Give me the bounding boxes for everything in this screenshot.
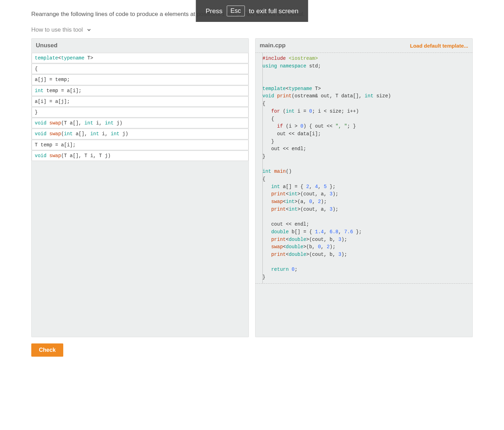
code-line: print<int>(cout, a, 3); [262,206,472,213]
how-to-use-toggle[interactable]: How to use this tool [31,26,473,33]
code-line: { [262,115,472,123]
fullscreen-notice: Press Esc to exit full screen [196,0,308,22]
code-line: print<double>(cout, b, 3); [262,251,472,259]
code-tile[interactable]: T temp = a[i]; [32,140,249,150]
code-line: return 0; [262,266,472,274]
code-line: out << endl; [262,145,472,153]
fs-notice-pre: Press [205,7,222,15]
code-line: print<int>(cout, a, 3); [262,190,472,198]
code-tile[interactable]: } [32,107,249,117]
editor-header: main.cpp [260,42,286,49]
code-line: for (int i = 0; i < size; i++) [262,108,472,115]
chevron-down-icon [86,27,92,33]
code-line: swap<int>(a, 0, 2); [262,198,472,206]
code-line: #include <iostream> [262,55,472,63]
unused-panel: Unused template<typename T>{a[j] = temp;… [31,38,249,337]
load-default-template-link[interactable]: Load default template... [410,43,468,49]
code-tile[interactable]: void swap(T a[], int i, int j) [32,118,249,128]
code-line: int a[] = { 2, 4, 5 }; [262,183,472,191]
editor-panel: main.cpp Load default template... #inclu… [255,38,473,337]
code-line: cout << endl; [262,221,472,228]
code-line: if (i > 0) { out << ", "; } [262,123,472,130]
unused-tile-list[interactable]: template<typename T>{a[j] = temp;int tem… [32,52,249,161]
code-tile[interactable]: void swap(int a[], int i, int j) [32,129,249,139]
code-line: double b[] = { 1.4, 6.8, 7.6 }; [262,228,472,236]
code-tile[interactable]: a[j] = temp; [32,74,249,85]
code-line: { [262,176,472,183]
code-tile[interactable]: int temp = a[i]; [32,86,249,96]
code-tile[interactable]: template<typename T> [32,53,249,63]
code-tile[interactable]: a[i] = a[j]; [32,96,249,107]
code-line [262,70,472,78]
code-line: int main() [262,168,472,176]
code-line: using namespace std; [262,63,472,70]
code-line [262,259,472,266]
code-line: void print(ostream& out, T data[], int s… [262,92,472,100]
code-line: swap<double>(b, 0, 2); [262,243,472,251]
code-line: template<typename T> [262,85,472,93]
code-line: out << data[i]; [262,130,472,138]
code-tile[interactable]: void swap(T a[], T i, T j) [32,151,249,161]
code-editor[interactable]: #include <iostream>using namespace std; … [255,52,472,284]
fs-notice-post: to exit full screen [249,7,299,15]
code-line: } [262,138,472,146]
code-tile[interactable]: { [32,64,249,74]
editor-gutter [262,53,263,283]
code-line: } [262,274,472,281]
code-line: { [262,100,472,108]
code-line: } [262,153,472,161]
fs-notice-key: Esc [227,6,245,16]
code-line [262,161,472,168]
code-line [262,78,472,85]
unused-header: Unused [36,42,57,49]
code-line: print<double>(cout, b, 3); [262,236,472,244]
code-line [262,213,472,221]
check-button[interactable]: Check [31,343,63,357]
how-to-use-label: How to use this tool [31,26,83,33]
